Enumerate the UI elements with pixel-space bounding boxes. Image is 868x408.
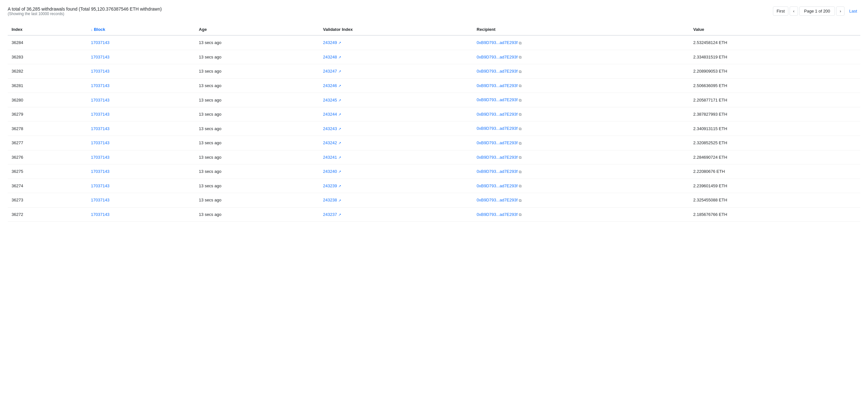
table-row: 362741703714313 secs ago243239↗0xB9D793.… [8, 179, 860, 193]
cell-value: 2.506636095 ETH [689, 79, 860, 93]
recipient-link[interactable]: 0xB9D793...ad7E293f [477, 212, 518, 217]
copy-icon[interactable]: ⧉ [519, 169, 522, 174]
copy-icon[interactable]: ⧉ [519, 141, 522, 146]
cell-value: 2.387827993 ETH [689, 107, 860, 121]
cell-validator-index: 243237↗ [319, 207, 472, 222]
cell-block: 17037143 [87, 93, 195, 107]
table-row: 362781703714313 secs ago243243↗0xB9D793.… [8, 121, 860, 136]
block-sort-link[interactable]: Block [94, 27, 105, 32]
validator-link[interactable]: 243249 [323, 40, 337, 45]
validator-link[interactable]: 243237 [323, 212, 337, 217]
next-button[interactable]: › [836, 6, 844, 16]
copy-icon[interactable]: ⧉ [519, 112, 522, 117]
cell-validator-index: 243246↗ [319, 79, 472, 93]
recipient-link[interactable]: 0xB9D793...ad7E293f [477, 140, 518, 145]
block-link[interactable]: 17037143 [91, 55, 110, 59]
cell-block: 17037143 [87, 64, 195, 79]
last-button[interactable]: Last [846, 7, 860, 15]
validator-link[interactable]: 243240 [323, 169, 337, 174]
table-body: 362841703714313 secs ago243249↗0xB9D793.… [8, 35, 860, 222]
cell-recipient: 0xB9D793...ad7E293f⧉ [473, 93, 689, 107]
recipient-link[interactable]: 0xB9D793...ad7E293f [477, 197, 518, 202]
cell-validator-index: 243240↗ [319, 164, 472, 179]
validator-link[interactable]: 243238 [323, 197, 337, 202]
top-bar: A total of 36,285 withdrawals found (Tot… [8, 6, 860, 17]
copy-icon[interactable]: ⧉ [519, 69, 522, 74]
cell-value: 2.185676766 ETH [689, 207, 860, 222]
cell-validator-index: 243248↗ [319, 50, 472, 64]
prev-button[interactable]: ‹ [789, 6, 798, 16]
first-button[interactable]: First [773, 6, 788, 16]
validator-link[interactable]: 243245 [323, 98, 337, 102]
cell-age: 13 secs ago [195, 179, 319, 193]
validator-link[interactable]: 243247 [323, 69, 337, 73]
copy-icon[interactable]: ⧉ [519, 127, 522, 131]
cell-block: 17037143 [87, 35, 195, 50]
block-link[interactable]: 17037143 [91, 112, 110, 117]
recipient-link[interactable]: 0xB9D793...ad7E293f [477, 40, 518, 45]
copy-icon[interactable]: ⧉ [519, 198, 522, 203]
block-link[interactable]: 17037143 [91, 40, 110, 45]
block-link[interactable]: 17037143 [91, 69, 110, 73]
cell-block: 17037143 [87, 179, 195, 193]
block-link[interactable]: 17037143 [91, 98, 110, 102]
withdrawals-table: Index ↓ Block Age Validator Index Recipi… [8, 24, 860, 222]
cell-index: 36284 [8, 35, 87, 50]
cell-index: 36281 [8, 79, 87, 93]
block-link[interactable]: 17037143 [91, 197, 110, 202]
block-link[interactable]: 17037143 [91, 169, 110, 174]
validator-link[interactable]: 243243 [323, 126, 337, 131]
validator-link[interactable]: 243248 [323, 55, 337, 59]
recipient-link[interactable]: 0xB9D793...ad7E293f [477, 126, 518, 131]
recipient-link[interactable]: 0xB9D793...ad7E293f [477, 97, 518, 102]
cell-age: 13 secs ago [195, 135, 319, 150]
recipient-link[interactable]: 0xB9D793...ad7E293f [477, 183, 518, 188]
table-row: 362721703714313 secs ago243237↗0xB9D793.… [8, 207, 860, 222]
page-info: Page 1 of 200 [799, 6, 835, 16]
validator-link[interactable]: 243242 [323, 140, 337, 145]
cell-index: 36278 [8, 121, 87, 136]
table-row: 362801703714313 secs ago243245↗0xB9D793.… [8, 93, 860, 107]
pagination: First ‹ Page 1 of 200 › Last [773, 6, 860, 16]
copy-icon[interactable]: ⧉ [519, 84, 522, 88]
validator-link[interactable]: 243241 [323, 155, 337, 160]
recipient-link[interactable]: 0xB9D793...ad7E293f [477, 69, 518, 73]
table-row: 362751703714313 secs ago243240↗0xB9D793.… [8, 164, 860, 179]
recipient-link[interactable]: 0xB9D793...ad7E293f [477, 112, 518, 117]
block-link[interactable]: 17037143 [91, 183, 110, 188]
cell-validator-index: 243243↗ [319, 121, 472, 136]
cell-recipient: 0xB9D793...ad7E293f⧉ [473, 179, 689, 193]
copy-icon[interactable]: ⧉ [519, 55, 522, 59]
recipient-link[interactable]: 0xB9D793...ad7E293f [477, 155, 518, 160]
block-link[interactable]: 17037143 [91, 140, 110, 145]
recipient-link[interactable]: 0xB9D793...ad7E293f [477, 169, 518, 174]
cell-value: 2.532458124 ETH [689, 35, 860, 50]
block-link[interactable]: 17037143 [91, 155, 110, 160]
block-link[interactable]: 17037143 [91, 83, 110, 88]
copy-icon[interactable]: ⧉ [519, 98, 522, 102]
copy-icon[interactable]: ⧉ [519, 184, 522, 188]
validator-link[interactable]: 243239 [323, 183, 337, 188]
cell-value: 2.325455088 ETH [689, 193, 860, 208]
cell-index: 36283 [8, 50, 87, 64]
recipient-link[interactable]: 0xB9D793...ad7E293f [477, 83, 518, 88]
external-link-icon: ↗ [338, 213, 341, 217]
copy-icon[interactable]: ⧉ [519, 41, 522, 45]
cell-block: 17037143 [87, 193, 195, 208]
validator-link[interactable]: 243246 [323, 83, 337, 88]
validator-link[interactable]: 243244 [323, 112, 337, 117]
cell-age: 13 secs ago [195, 121, 319, 136]
external-link-icon: ↗ [338, 156, 341, 160]
copy-icon[interactable]: ⧉ [519, 155, 522, 160]
cell-recipient: 0xB9D793...ad7E293f⧉ [473, 79, 689, 93]
cell-index: 36272 [8, 207, 87, 222]
recipient-link[interactable]: 0xB9D793...ad7E293f [477, 55, 518, 59]
cell-recipient: 0xB9D793...ad7E293f⧉ [473, 164, 689, 179]
cell-index: 36275 [8, 164, 87, 179]
cell-age: 13 secs ago [195, 93, 319, 107]
cell-block: 17037143 [87, 121, 195, 136]
cell-block: 17037143 [87, 79, 195, 93]
block-link[interactable]: 17037143 [91, 126, 110, 131]
block-link[interactable]: 17037143 [91, 212, 110, 217]
copy-icon[interactable]: ⧉ [519, 212, 522, 217]
